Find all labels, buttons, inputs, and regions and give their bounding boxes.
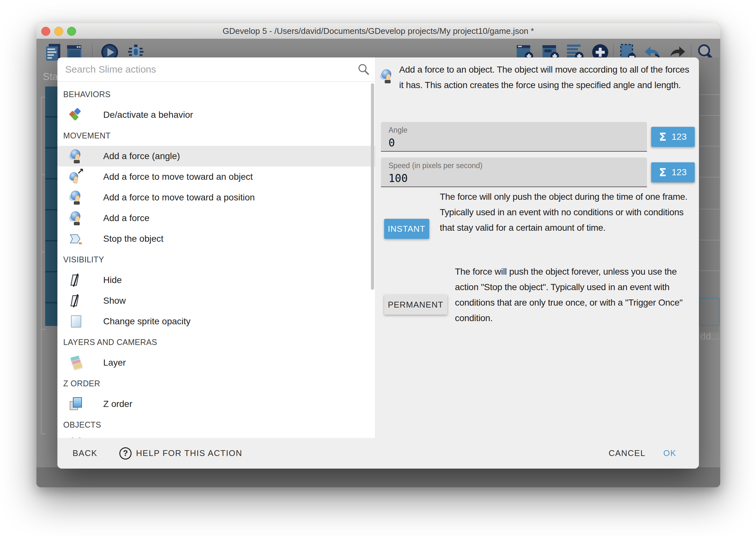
window-title: GDevelop 5 - /Users/david/Documents/GDev… — [36, 23, 720, 39]
instant-mode-description: The force will only push the object duri… — [440, 189, 695, 235]
sigma-icon: Σ — [659, 166, 666, 179]
action-chooser-dialog: BEHAVIORS De/activate a behavior MOVEMEN… — [57, 58, 699, 469]
section-header-z-order: Z ORDER — [57, 373, 375, 394]
event-tree-line — [41, 97, 42, 434]
action-description: Add a force to an object. The object wil… — [399, 62, 691, 93]
section-header-objects: OBJECTS — [57, 414, 375, 435]
speed-expression-button[interactable]: Σ 123 — [651, 162, 695, 182]
hide-icon — [69, 273, 83, 287]
titlebar: GDevelop 5 - /Users/david/Documents/GDev… — [36, 23, 720, 39]
force-icon — [69, 149, 83, 163]
action-item-add-force[interactable]: Add a force — [57, 208, 375, 228]
event-rows-dimmed — [45, 87, 57, 326]
section-header-movement: MOVEMENT — [57, 125, 375, 146]
speed-field[interactable]: Speed (in pixels per second) 100 — [381, 157, 647, 187]
action-item-add-force-angle[interactable]: Add a force (angle) — [57, 146, 375, 167]
force-icon — [69, 190, 83, 205]
app-content-dimmed: Sta dd... — [36, 39, 720, 487]
action-item-change-opacity[interactable]: Change sprite opacity — [57, 311, 375, 332]
help-button[interactable]: HELP FOR THIS ACTION — [136, 448, 243, 458]
ok-button[interactable]: OK — [663, 448, 676, 458]
action-item-z-order[interactable]: Z order — [57, 394, 375, 414]
empty-event-outline — [699, 298, 720, 326]
section-header-visibility: VISIBILITY — [57, 249, 375, 270]
force-icon — [380, 69, 394, 83]
dialog-footer: BACK ? HELP FOR THIS ACTION CANCEL OK — [57, 438, 699, 469]
show-icon — [69, 294, 83, 308]
list-scrollbar[interactable] — [371, 83, 374, 290]
cancel-button[interactable]: CANCEL — [609, 448, 645, 458]
instant-mode-button[interactable]: INSTANT — [384, 219, 429, 239]
action-detail-panel: Add a force to an object. The object wil… — [375, 58, 699, 438]
behavior-icon — [69, 108, 83, 122]
actions-list: BEHAVIORS De/activate a behavior MOVEMEN… — [57, 81, 375, 438]
search-icon — [357, 63, 370, 76]
search-input[interactable] — [64, 63, 357, 75]
action-item-force-toward-position[interactable]: Add a force to move toward a position — [57, 187, 375, 208]
action-item-stop-object[interactable]: Stop the object — [57, 228, 375, 249]
opacity-icon — [69, 314, 83, 329]
back-button[interactable]: BACK — [73, 448, 97, 458]
force-icon — [69, 211, 83, 225]
action-item-show[interactable]: Show — [57, 290, 375, 311]
help-icon[interactable]: ? — [119, 447, 132, 460]
macos-window: GDevelop 5 - /Users/david/Documents/GDev… — [36, 23, 720, 487]
sigma-icon: Σ — [659, 130, 666, 143]
event-rows-dimmed-right — [699, 58, 719, 332]
force-toward-object-icon: ↗ — [69, 170, 83, 184]
angle-expression-button[interactable]: Σ 123 — [651, 127, 695, 147]
permanent-mode-button[interactable]: PERMANENT — [384, 295, 447, 315]
search-bar — [57, 58, 375, 82]
clipped-list-item — [57, 435, 375, 438]
scene-tab-partial: Sta — [43, 71, 58, 83]
action-item-layer[interactable]: Layer — [57, 352, 375, 373]
section-header-layers-cameras: LAYERS AND CAMERAS — [57, 332, 375, 352]
layers-icon — [69, 356, 83, 370]
stop-icon — [69, 232, 83, 246]
action-item-deactivate-behavior[interactable]: De/activate a behavior — [57, 104, 375, 125]
action-item-hide[interactable]: Hide — [57, 270, 375, 290]
section-header-behaviors: BEHAVIORS — [57, 84, 375, 104]
permanent-mode-description: The force will push the object forever, … — [455, 264, 697, 326]
actions-list-panel: BEHAVIORS De/activate a behavior MOVEMEN… — [57, 58, 375, 438]
angle-field[interactable]: Angle 0 — [381, 122, 647, 152]
action-item-force-toward-object[interactable]: ↗ Add a force to move toward an object — [57, 167, 375, 187]
add-button-partial: dd... — [700, 331, 719, 342]
z-order-icon — [69, 397, 83, 411]
